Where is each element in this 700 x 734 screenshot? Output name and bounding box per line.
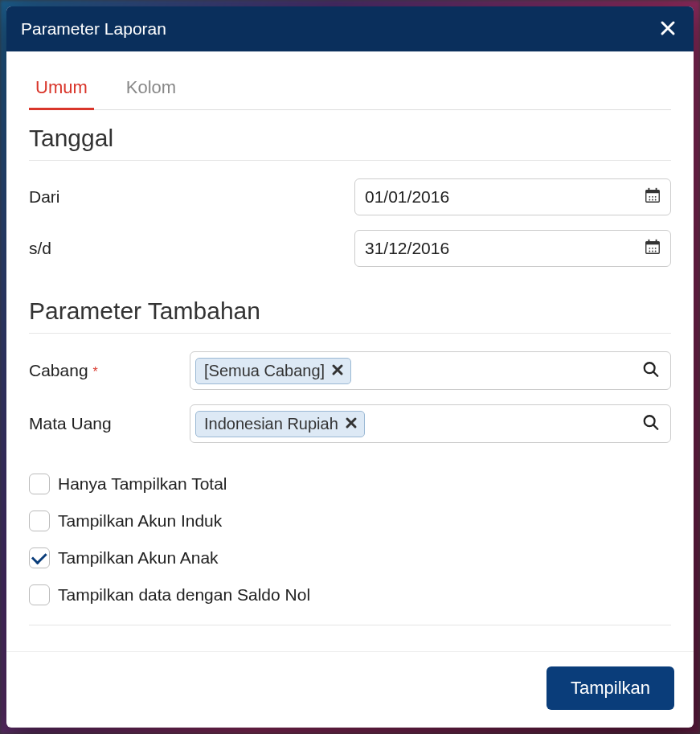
tag-cabang-remove[interactable]: [331, 363, 344, 379]
tag-cabang: [Semua Cabang]: [195, 358, 351, 384]
search-cabang-button[interactable]: [637, 356, 665, 386]
label-dari: Dari: [29, 187, 354, 207]
input-wrap-sd: [354, 230, 671, 267]
checkbox-saldo-nol[interactable]: [29, 584, 50, 605]
checkbox-akun-induk[interactable]: [29, 511, 50, 531]
label-cabang-text: Cabang: [29, 361, 88, 379]
input-dari[interactable]: [354, 178, 671, 215]
input-wrap-cabang: [Semua Cabang]: [190, 351, 671, 390]
tab-umum[interactable]: Umum: [29, 68, 94, 109]
tab-kolom[interactable]: Kolom: [120, 68, 182, 109]
svg-line-21: [653, 371, 658, 376]
checkbox-hanya-total[interactable]: [29, 474, 50, 494]
search-mata-uang-button[interactable]: [637, 409, 665, 439]
label-mata-uang: Mata Uang: [29, 414, 190, 433]
input-wrap-dari: [354, 178, 671, 215]
remove-icon: [331, 363, 344, 379]
search-icon: [642, 369, 660, 381]
checkbox-label-saldo-nol[interactable]: Tampilkan data dengan Saldo Nol: [58, 585, 310, 605]
checkbox-label-akun-anak[interactable]: Tampilkan Akun Anak: [58, 548, 219, 568]
checkbox-label-hanya-total[interactable]: Hanya Tampilkan Total: [58, 474, 227, 494]
required-marker: *: [92, 365, 97, 379]
input-wrap-mata-uang: Indonesian Rupiah: [190, 404, 671, 443]
checkbox-row-akun-induk: Tampilkan Akun Induk: [29, 511, 671, 531]
checkbox-row-hanya-total: Hanya Tampilkan Total: [29, 474, 671, 494]
checkbox-row-saldo-nol: Tampilkan data dengan Saldo Nol: [29, 584, 671, 605]
field-mata-uang: Mata Uang Indonesian Rupiah: [29, 404, 671, 443]
section-title-parameter-tambahan: Parameter Tambahan: [29, 297, 671, 334]
remove-icon: [345, 416, 358, 432]
tag-cabang-label: [Semua Cabang]: [204, 362, 325, 380]
tag-input-mata-uang[interactable]: Indonesian Rupiah: [190, 404, 671, 443]
tab-bar: Umum Kolom: [29, 68, 671, 110]
checkbox-akun-anak[interactable]: [29, 547, 50, 568]
modal-title: Parameter Laporan: [21, 19, 166, 39]
tag-input-cabang[interactable]: [Semua Cabang]: [190, 351, 671, 390]
modal-footer: Tampilkan: [6, 651, 694, 728]
modal-body: Umum Kolom Tanggal Dari s/d Paramet: [6, 51, 694, 651]
field-dari: Dari: [29, 178, 671, 215]
field-sd: s/d: [29, 230, 671, 267]
modal-header: Parameter Laporan: [6, 6, 694, 51]
checkbox-label-akun-induk[interactable]: Tampilkan Akun Induk: [58, 511, 222, 531]
search-icon: [642, 422, 660, 434]
label-sd: s/d: [29, 239, 354, 258]
tag-mata-uang-remove[interactable]: [345, 416, 358, 432]
tampilkan-button[interactable]: Tampilkan: [546, 666, 674, 710]
field-cabang: Cabang * [Semua Cabang]: [29, 351, 671, 390]
close-button[interactable]: [657, 18, 679, 40]
label-cabang: Cabang *: [29, 361, 190, 380]
checkbox-row-akun-anak: Tampilkan Akun Anak: [29, 547, 671, 568]
close-icon: [660, 16, 676, 41]
svg-line-23: [653, 424, 658, 429]
tag-mata-uang-label: Indonesian Rupiah: [204, 415, 338, 433]
input-sd[interactable]: [354, 230, 671, 267]
section-title-tanggal: Tanggal: [29, 125, 671, 161]
report-parameter-modal: Parameter Laporan Umum Kolom Tanggal Dar…: [6, 6, 694, 728]
tag-mata-uang: Indonesian Rupiah: [195, 411, 365, 437]
